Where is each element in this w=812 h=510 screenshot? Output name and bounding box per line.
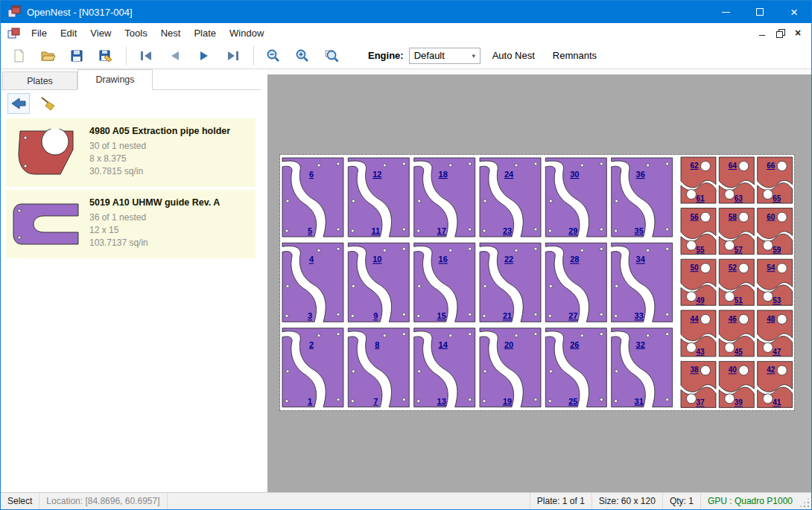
red-part-pair[interactable]: 6261 bbox=[681, 157, 716, 203]
previous-arrow-icon bbox=[168, 50, 183, 62]
menu-file[interactable]: File bbox=[25, 23, 54, 42]
purple-part-pair[interactable]: 3029 bbox=[545, 158, 606, 237]
part-number: 29 bbox=[568, 226, 577, 235]
part-number: 34 bbox=[636, 255, 646, 264]
part-number: 41 bbox=[773, 398, 781, 407]
open-button[interactable] bbox=[36, 45, 60, 67]
purple-part-pair[interactable]: 43 bbox=[282, 243, 343, 322]
part-number: 30 bbox=[570, 170, 579, 179]
clear-drawings-button[interactable] bbox=[37, 93, 59, 114]
close-button[interactable]: × bbox=[777, 1, 811, 23]
red-part-pair[interactable]: 5251 bbox=[719, 259, 754, 305]
maximize-button[interactable] bbox=[743, 1, 777, 23]
new-button[interactable] bbox=[7, 45, 31, 67]
menu-edit[interactable]: Edit bbox=[54, 23, 83, 42]
part-number: 51 bbox=[735, 296, 743, 305]
zoom-in-button[interactable] bbox=[291, 45, 314, 67]
purple-part-pair[interactable]: 3231 bbox=[612, 328, 673, 407]
plate-size: Size: 60 x 120 bbox=[591, 493, 662, 509]
purple-part-pair[interactable]: 1817 bbox=[414, 158, 475, 237]
part-number: 13 bbox=[437, 397, 446, 406]
minimize-button[interactable] bbox=[708, 1, 743, 23]
purple-part-pair[interactable]: 3635 bbox=[612, 158, 673, 237]
mdi-minimize-button[interactable] bbox=[753, 25, 771, 40]
red-part-pair[interactable]: 4443 bbox=[681, 310, 716, 357]
purple-part-pair[interactable]: 65 bbox=[282, 158, 343, 237]
purple-part-pair[interactable]: 109 bbox=[348, 243, 409, 322]
red-part-pair[interactable]: 6059 bbox=[758, 208, 793, 255]
zoom-in-icon bbox=[295, 48, 310, 63]
part-number: 23 bbox=[503, 226, 512, 235]
purple-part-pair[interactable]: 1413 bbox=[414, 328, 475, 407]
red-part-pair[interactable]: 5049 bbox=[681, 259, 716, 305]
nest-canvas[interactable]: 6512111817242330293635431091615222128273… bbox=[267, 69, 811, 492]
purple-part-pair[interactable]: 2221 bbox=[480, 243, 541, 322]
drawing-item-1[interactable]: 4980 A05 Extraction pipe holder 30 of 1 … bbox=[6, 118, 256, 187]
resize-grip[interactable] bbox=[799, 493, 811, 509]
gpu-indicator: GPU : Quadro P1000 bbox=[700, 493, 799, 509]
remnants-button[interactable]: Remnants bbox=[547, 46, 603, 66]
minimize-icon bbox=[722, 12, 730, 13]
drawing-name: 5019 A10 UHMW guide Rev. A bbox=[89, 197, 220, 208]
tab-plates[interactable]: Plates bbox=[2, 71, 77, 89]
main-toolbar: Engine: Default ▾ Auto Nest Remnants bbox=[1, 42, 811, 69]
window-controls: × bbox=[708, 1, 811, 23]
red-part-pair[interactable]: 4039 bbox=[719, 361, 754, 407]
part-number: 63 bbox=[735, 194, 743, 203]
last-plate-button[interactable] bbox=[221, 45, 245, 67]
red-part-pair[interactable]: 5453 bbox=[758, 259, 793, 305]
tab-strip: Plates Drawings bbox=[1, 69, 261, 90]
mdi-restore-button[interactable] bbox=[771, 25, 789, 40]
save-button[interactable] bbox=[65, 45, 89, 67]
purple-part-pair[interactable]: 1615 bbox=[414, 243, 475, 322]
mdi-minimize-icon bbox=[759, 35, 765, 36]
red-part-pair[interactable]: 6665 bbox=[758, 157, 793, 203]
purple-part-pair[interactable]: 2625 bbox=[545, 328, 606, 407]
next-plate-button[interactable] bbox=[192, 45, 216, 67]
chevron-down-icon: ▾ bbox=[468, 52, 480, 60]
plate[interactable]: 6512111817242330293635431091615222128273… bbox=[280, 155, 794, 410]
red-part-pair[interactable]: 4847 bbox=[758, 310, 793, 357]
red-part-pair[interactable]: 4645 bbox=[719, 310, 754, 357]
menu-tools[interactable]: Tools bbox=[118, 23, 153, 42]
save-as-button[interactable] bbox=[94, 45, 118, 67]
zoom-out-button[interactable] bbox=[261, 45, 285, 67]
part-number: 19 bbox=[503, 397, 512, 406]
first-plate-button[interactable] bbox=[134, 45, 158, 67]
tab-drawings[interactable]: Drawings bbox=[77, 69, 153, 90]
red-part-pair[interactable]: 4241 bbox=[758, 361, 793, 407]
part-number: 60 bbox=[767, 213, 775, 221]
zoom-fit-button[interactable] bbox=[320, 45, 343, 67]
replace-drawing-button[interactable] bbox=[7, 93, 30, 114]
drawing-thumbnail-purple bbox=[9, 196, 83, 252]
part-number: 5 bbox=[308, 226, 312, 235]
red-part-pair[interactable]: 5857 bbox=[719, 208, 754, 255]
menu-plate[interactable]: Plate bbox=[187, 23, 223, 42]
purple-part-pair[interactable]: 87 bbox=[348, 328, 409, 407]
purple-part-pair[interactable]: 3433 bbox=[612, 243, 673, 322]
drawing-item-2[interactable]: 5019 A10 UHMW guide Rev. A 36 of 1 neste… bbox=[6, 190, 256, 258]
part-number: 54 bbox=[767, 264, 775, 272]
menu-nest[interactable]: Nest bbox=[154, 23, 188, 42]
part-number: 46 bbox=[729, 315, 738, 323]
menu-view[interactable]: View bbox=[83, 23, 118, 42]
red-part-pair[interactable]: 6463 bbox=[719, 157, 754, 203]
part-number: 4 bbox=[309, 255, 314, 264]
purple-part-pair[interactable]: 2423 bbox=[480, 158, 541, 237]
purple-part-pair[interactable]: 1211 bbox=[348, 158, 409, 237]
purple-part-pair[interactable]: 2019 bbox=[480, 328, 541, 407]
engine-select[interactable]: Default ▾ bbox=[409, 48, 480, 64]
previous-plate-button[interactable] bbox=[163, 45, 187, 67]
purple-part-pair[interactable]: 21 bbox=[282, 328, 343, 407]
drawing-thumbnail-red bbox=[9, 124, 83, 181]
mdi-close-icon: × bbox=[795, 28, 801, 38]
panel-splitter[interactable] bbox=[261, 69, 267, 492]
purple-part-pair[interactable]: 2827 bbox=[545, 243, 606, 322]
new-document-icon bbox=[11, 48, 26, 63]
auto-nest-button[interactable]: Auto Nest bbox=[486, 46, 541, 66]
red-part-pair[interactable]: 5655 bbox=[681, 208, 716, 255]
plate-qty: Qty: 1 bbox=[662, 493, 700, 509]
red-part-pair[interactable]: 3837 bbox=[681, 361, 716, 407]
mdi-close-button[interactable]: × bbox=[789, 25, 807, 40]
menu-window[interactable]: Window bbox=[223, 23, 270, 42]
